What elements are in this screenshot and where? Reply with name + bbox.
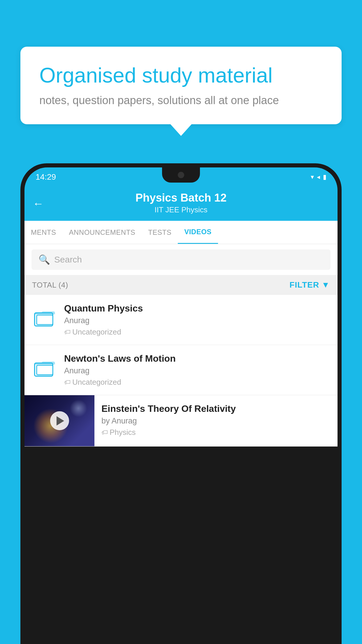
tab-videos[interactable]: VIDEOS	[178, 221, 218, 244]
tab-ments[interactable]: MENTS	[24, 221, 63, 244]
video-thumbnail	[24, 395, 94, 446]
notch	[162, 167, 200, 183]
back-arrow[interactable]: ←	[33, 197, 44, 210]
filter-bar: TOTAL (4) FILTER ▼	[24, 275, 338, 295]
folder-icon	[34, 307, 56, 329]
folder-icon-wrap	[31, 303, 58, 332]
video-author: Anurag	[64, 316, 331, 325]
bubble-title: Organised study material	[39, 63, 323, 88]
wifi-icon: ▾	[311, 173, 314, 181]
list-item[interactable]: Newton's Laws of Motion Anurag 🏷 Uncateg…	[24, 345, 338, 395]
video-title: Einstein's Theory Of Relativity	[101, 403, 331, 414]
video-tag: 🏷 Uncategorized	[64, 378, 331, 387]
video-title: Quantum Physics	[64, 303, 331, 314]
svg-rect-1	[37, 315, 53, 325]
signal-icon: ◂	[317, 173, 320, 181]
folder-icon-wrap	[31, 353, 58, 382]
tab-tests[interactable]: TESTS	[142, 221, 178, 244]
tag-icon: 🏷	[64, 328, 71, 336]
video-info: Einstein's Theory Of Relativity by Anura…	[94, 395, 338, 445]
status-bar: 14:29 ▾ ◂ ▮	[24, 167, 338, 186]
bubble-subtitle: notes, question papers, solutions all at…	[39, 94, 323, 107]
search-placeholder: Search	[54, 255, 82, 265]
header-subtitle: IIT JEE Physics	[33, 205, 329, 214]
header-title: Physics Batch 12	[33, 192, 329, 204]
play-icon	[57, 416, 64, 426]
total-count: TOTAL (4)	[32, 281, 68, 290]
phone-frame: 14:29 ▾ ◂ ▮ ← Physics Batch 12 IIT JEE P…	[20, 163, 342, 644]
folder-icon	[34, 357, 56, 379]
video-title: Newton's Laws of Motion	[64, 353, 331, 364]
app-header: ← Physics Batch 12 IIT JEE Physics	[24, 186, 338, 221]
status-time: 14:29	[36, 172, 56, 182]
video-info: Quantum Physics Anurag 🏷 Uncategorized	[64, 303, 331, 337]
list-item[interactable]: Einstein's Theory Of Relativity by Anura…	[24, 395, 338, 447]
search-icon: 🔍	[38, 254, 50, 265]
video-info: Newton's Laws of Motion Anurag 🏷 Uncateg…	[64, 353, 331, 387]
tabs-bar: MENTS ANNOUNCEMENTS TESTS VIDEOS	[24, 221, 338, 244]
battery-icon: ▮	[323, 173, 326, 181]
video-author: Anurag	[64, 366, 331, 375]
status-icons: ▾ ◂ ▮	[311, 173, 326, 181]
tab-announcements[interactable]: ANNOUNCEMENTS	[63, 221, 142, 244]
filter-icon: ▼	[321, 280, 330, 290]
play-button[interactable]	[50, 411, 69, 430]
svg-rect-3	[37, 365, 53, 375]
tag-icon: 🏷	[64, 379, 71, 386]
video-author: by Anurag	[101, 416, 331, 426]
video-tag: 🏷 Physics	[101, 428, 331, 437]
filter-button[interactable]: FILTER ▼	[289, 280, 330, 290]
video-tag: 🏷 Uncategorized	[64, 328, 331, 337]
video-list: Quantum Physics Anurag 🏷 Uncategorized	[24, 295, 338, 447]
thumb-glow2	[70, 400, 87, 417]
speech-bubble-section: Organised study material notes, question…	[20, 47, 342, 124]
list-item[interactable]: Quantum Physics Anurag 🏷 Uncategorized	[24, 295, 338, 345]
search-input-wrapper[interactable]: 🔍 Search	[31, 249, 331, 270]
speech-bubble-card: Organised study material notes, question…	[20, 47, 342, 124]
camera	[178, 172, 184, 178]
search-container: 🔍 Search	[24, 244, 338, 275]
tag-icon: 🏷	[101, 429, 108, 436]
phone-inner: 14:29 ▾ ◂ ▮ ← Physics Batch 12 IIT JEE P…	[24, 167, 338, 644]
